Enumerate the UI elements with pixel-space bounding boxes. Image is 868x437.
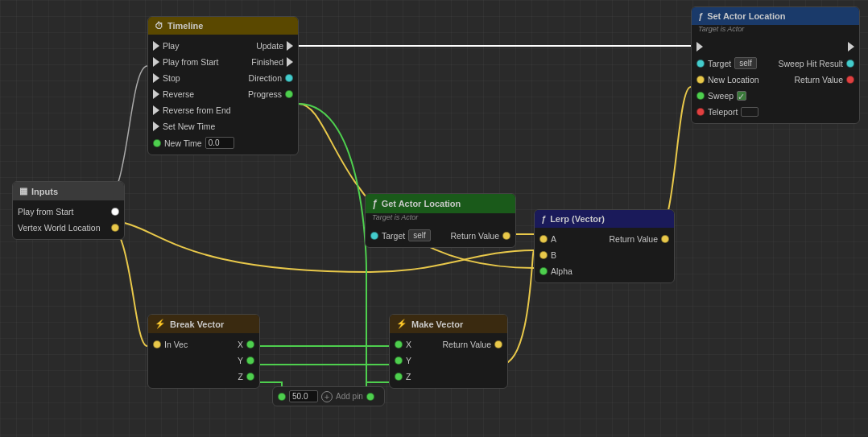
make-vector-title: Make Vector [411, 320, 463, 329]
inputs-header: ▦ Inputs [13, 182, 124, 200]
finished-exec-out[interactable] [287, 57, 293, 67]
lerp-b-label: B [551, 250, 556, 260]
sweep-hit-pin[interactable] [846, 60, 854, 68]
break-x-pin[interactable] [246, 340, 254, 348]
teleport-checkbox[interactable] [741, 107, 758, 117]
lerp-b-row: B [535, 247, 674, 263]
constant-value-input[interactable] [289, 390, 318, 402]
break-z-pin[interactable] [246, 373, 254, 381]
set-new-time-label: Set New Time [163, 122, 215, 131]
get-actor-target-pin[interactable] [370, 232, 378, 240]
set-actor-subtitle: Target is Actor [692, 25, 859, 35]
lerp-vector-node: ƒ Lerp (Vector) A Return Value B Alpha [534, 209, 675, 283]
get-actor-return-pin[interactable] [502, 232, 510, 240]
lerp-a-pin[interactable] [539, 235, 548, 243]
set-new-time-row: Set New Time [148, 118, 298, 134]
lerp-title: Lerp (Vector) [550, 214, 605, 224]
set-actor-target-row: Target self Sweep Hit Result [692, 55, 859, 72]
get-actor-icon: ƒ [372, 198, 378, 209]
set-actor-exec-out[interactable] [848, 42, 854, 52]
set-new-time-exec-in[interactable] [153, 122, 159, 131]
lerp-a-row: A Return Value [535, 231, 674, 247]
set-actor-target-label: Target [708, 59, 731, 68]
set-actor-title: Set Actor Location [707, 11, 785, 21]
make-return-pin[interactable] [494, 340, 502, 348]
make-x-pin[interactable] [395, 340, 403, 348]
break-z-label: Z [238, 372, 243, 381]
set-actor-new-location-pin[interactable] [696, 76, 705, 84]
constant-node: + Add pin [272, 386, 385, 406]
constant-left-pin[interactable] [278, 393, 286, 401]
new-time-row: New Time [148, 134, 298, 151]
play-label: Play [163, 41, 179, 51]
new-time-pin[interactable] [153, 139, 161, 147]
break-y-pin[interactable] [246, 357, 254, 365]
play-from-start-tl-row: Play from Start Finished [148, 54, 298, 70]
play-from-start-exec-in[interactable] [153, 57, 159, 67]
lerp-b-pin[interactable] [539, 251, 548, 259]
break-z-row: Z [148, 369, 259, 385]
break-x-label: X [238, 340, 243, 349]
set-actor-header: ƒ Set Actor Location [692, 7, 859, 25]
set-actor-new-location-row: New Location Return Value [692, 72, 859, 88]
progress-pin[interactable] [285, 90, 293, 98]
sweep-hit-label: Sweep Hit Result [778, 59, 843, 68]
make-vector-icon: ⚡ [396, 319, 407, 329]
make-y-label: Y [406, 356, 411, 365]
break-y-row: Y [148, 352, 259, 369]
make-x-row: X Return Value [390, 336, 507, 352]
constant-right-pin[interactable] [366, 393, 374, 401]
update-exec-out[interactable] [287, 41, 293, 51]
finished-label: Finished [251, 57, 283, 67]
break-vector-icon: ⚡ [155, 319, 166, 329]
sweep-checkbox[interactable]: ✓ [737, 91, 746, 101]
get-actor-target-value[interactable]: self [408, 229, 431, 241]
get-actor-location-title: Get Actor Location [382, 199, 461, 208]
lerp-alpha-pin[interactable] [539, 267, 548, 275]
make-return-label: Return Value [442, 340, 491, 349]
play-from-start-row: Play from Start [13, 204, 124, 220]
add-pin-button[interactable]: + [321, 391, 333, 402]
play-from-start-label: Play from Start [18, 207, 73, 216]
lerp-return-pin[interactable] [661, 235, 669, 243]
reverse-exec-in[interactable] [153, 89, 159, 99]
play-row: Play Update [148, 38, 298, 54]
add-pin-label: Add pin [336, 392, 363, 401]
set-actor-return-pin[interactable] [846, 76, 854, 84]
reverse-row: Reverse Progress [148, 86, 298, 102]
reverse-end-exec-in[interactable] [153, 105, 159, 115]
make-z-pin[interactable] [395, 373, 403, 381]
set-actor-location-node: ƒ Set Actor Location Target is Actor Tar… [691, 6, 860, 124]
set-actor-target-pin[interactable] [696, 60, 705, 68]
set-actor-target-value[interactable]: self [734, 57, 757, 69]
teleport-pin[interactable] [696, 108, 705, 116]
set-actor-icon: ƒ [698, 11, 703, 21]
lerp-alpha-label: Alpha [551, 266, 572, 276]
break-vector-header: ⚡ Break Vector [148, 315, 259, 333]
stop-exec-in[interactable] [153, 73, 159, 83]
vertex-world-pin[interactable] [111, 224, 119, 232]
new-time-input[interactable] [205, 137, 234, 149]
play-from-start-pin[interactable] [111, 208, 119, 216]
reverse-end-row: Reverse from End [148, 102, 298, 118]
make-z-row: Z [390, 369, 507, 385]
lerp-icon: ƒ [541, 214, 546, 224]
direction-pin[interactable] [285, 74, 293, 82]
vertex-world-row: Vertex World Location [13, 220, 124, 236]
make-x-label: X [406, 340, 411, 349]
play-exec-in[interactable] [153, 41, 159, 51]
timeline-header: ⏱ Timeline [148, 17, 298, 35]
reverse-end-label: Reverse from End [163, 105, 231, 115]
inputs-title: Inputs [31, 187, 58, 196]
make-y-pin[interactable] [395, 357, 403, 365]
make-vector-node: ⚡ Make Vector X Return Value Y Z [389, 314, 508, 389]
lerp-return-label: Return Value [609, 234, 658, 244]
break-invec-pin[interactable] [153, 340, 161, 348]
stop-row: Stop Direction [148, 70, 298, 86]
lerp-header: ƒ Lerp (Vector) [535, 210, 674, 228]
update-label: Update [256, 41, 283, 51]
sweep-pin[interactable] [696, 92, 705, 100]
get-actor-return-label: Return Value [450, 231, 499, 241]
set-actor-exec-in[interactable] [696, 42, 703, 52]
make-vector-header: ⚡ Make Vector [390, 315, 507, 333]
